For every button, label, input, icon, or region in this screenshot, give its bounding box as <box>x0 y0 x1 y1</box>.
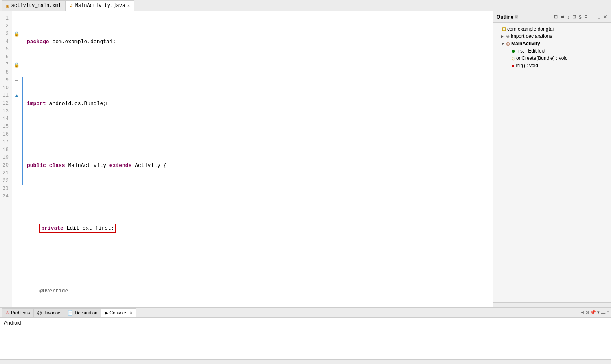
line-numbers: 1 2 3 4 5 6 7 8 9 10 11 12 13 14 15 16 1… <box>0 11 12 307</box>
tab-java[interactable]: J MainActivity.java ✕ <box>66 0 134 11</box>
tab-console-label: Console <box>109 310 126 315</box>
code-area[interactable]: package com.example.dongtai; import andr… <box>24 11 493 307</box>
expand-icon[interactable]: ▼ <box>501 42 505 46</box>
console-maximize-button[interactable]: □ <box>607 310 609 315</box>
outline-panel: Outline ⊠ ⊟ ⇌ ↕ ⊞ S P — □ ✕ ⊞ com.exampl… <box>493 11 611 307</box>
outline-tree: ⊞ com.example.dongtai ▶ ⊕ import declara… <box>493 23 611 302</box>
outline-class-label: MainActivity <box>511 41 540 46</box>
code-line <box>27 131 493 138</box>
outline-header: Outline ⊠ ⊟ ⇌ ↕ ⊞ S P — □ ✕ <box>493 11 611 23</box>
code-line: package com.example.dongtai; <box>27 38 493 46</box>
console-text: Android <box>4 320 21 326</box>
outline-hide-fields-button[interactable]: ⊞ <box>572 14 577 20</box>
outline-oncreate-label: onCreate(Bundle) : void <box>516 55 568 61</box>
collapse-icon-2[interactable]: — <box>15 156 18 160</box>
tab-bar: ▣ activity_main.xml J MainActivity.java … <box>0 0 611 11</box>
code-line-field-declaration: private EditText first; <box>27 224 493 233</box>
outline-scroll-h[interactable] <box>493 302 611 307</box>
code-line: @Override <box>27 287 493 295</box>
outline-header-title-group: Outline ⊠ <box>497 14 518 20</box>
outline-sort-button[interactable]: ↕ <box>566 14 570 20</box>
problems-icon: ⚠ <box>5 310 9 316</box>
outline-field-label: first : EditText <box>516 48 545 54</box>
outline-imports-label: import declarations <box>511 33 552 39</box>
code-line: public class MainActivity extends Activi… <box>27 162 493 169</box>
outline-package-label: com.example.dongtai <box>507 26 554 32</box>
field-declaration-box: private EditText first; <box>39 224 116 233</box>
bottom-toolbar-right: ⊟ ⊠ 📌 ▾ — □ <box>580 310 611 315</box>
console-pin-button[interactable]: 📌 <box>590 310 596 315</box>
outline-view-icon: ⊠ <box>515 15 518 19</box>
gutter: 🔒 🔒 — ▲ — <box>12 11 21 307</box>
code-line <box>27 256 493 264</box>
tab-close-icon[interactable]: ✕ <box>127 3 130 8</box>
class-icon: ◎ <box>506 41 510 46</box>
bottom-content: Android <box>0 318 611 359</box>
outline-item-imports[interactable]: ▶ ⊕ import declarations <box>493 33 611 40</box>
console-view-menu-button[interactable]: ▾ <box>597 310 600 315</box>
java-icon: J <box>70 3 73 8</box>
outline-maximize-button[interactable]: □ <box>597 14 601 20</box>
tab-problems[interactable]: ⚠ Problems <box>2 308 33 317</box>
expand-icon[interactable]: ▶ <box>501 34 505 39</box>
declaration-icon: 📄 <box>68 310 73 316</box>
xml-icon: ▣ <box>6 3 9 9</box>
console-clear-button[interactable]: ⊟ <box>580 310 584 315</box>
code-line <box>27 69 493 77</box>
code-line <box>27 193 493 200</box>
imports-icon: ⊕ <box>506 34 510 39</box>
lock-icon-2: 🔒 <box>14 62 20 68</box>
lock-icon: 🔒 <box>14 31 20 37</box>
main-area: 1 2 3 4 5 6 7 8 9 10 11 12 13 14 15 16 1… <box>0 11 611 307</box>
collapse-icon[interactable]: — <box>15 78 18 83</box>
outline-minimize-button[interactable]: — <box>589 14 596 20</box>
outline-hide-nonpublic-button[interactable]: P <box>584 14 588 20</box>
console-scroll-lock-button[interactable]: ⊠ <box>585 310 589 315</box>
tab-javadoc[interactable]: @ Javadoc <box>33 308 64 317</box>
tab-declaration[interactable]: 📄 Declaration <box>64 308 101 317</box>
outline-init-label: init() : void <box>516 63 538 68</box>
bottom-scroll-h[interactable] <box>0 359 611 364</box>
tab-declaration-label: Declaration <box>75 310 98 315</box>
tab-problems-label: Problems <box>11 310 30 315</box>
outline-item-package[interactable]: ⊞ com.example.dongtai <box>493 25 611 33</box>
method-yellow-icon: ◇ <box>512 56 515 61</box>
outline-toolbar: ⊟ ⇌ ↕ ⊞ S P — □ ✕ <box>553 14 608 20</box>
console-minimize-button[interactable]: — <box>601 310 605 315</box>
console-icon: ▶ <box>105 310 108 316</box>
package-icon: ⊞ <box>502 26 506 32</box>
bottom-tabs: ⚠ Problems @ Javadoc 📄 Declaration ▶ Con… <box>0 308 611 318</box>
arrow-up-icon: ▲ <box>15 93 18 99</box>
tab-console-close-icon[interactable]: ✕ <box>129 311 133 315</box>
outline-item-oncreate[interactable]: ◇ onCreate(Bundle) : void <box>493 55 611 62</box>
editor-content: 1 2 3 4 5 6 7 8 9 10 11 12 13 14 15 16 1… <box>0 11 493 307</box>
editor-panel[interactable]: 1 2 3 4 5 6 7 8 9 10 11 12 13 14 15 16 1… <box>0 11 493 307</box>
tab-javadoc-label: Javadoc <box>44 310 60 315</box>
outline-title: Outline <box>497 14 513 20</box>
method-red-icon: ■ <box>512 63 515 68</box>
outline-hide-static-button[interactable]: S <box>578 14 583 20</box>
bottom-panel: ⚠ Problems @ Javadoc 📄 Declaration ▶ Con… <box>0 307 611 364</box>
outline-link-button[interactable]: ⇌ <box>560 14 565 20</box>
outline-close-button[interactable]: ✕ <box>602 14 608 20</box>
outline-item-init[interactable]: ■ init() : void <box>493 62 611 69</box>
tab-xml[interactable]: ▣ activity_main.xml <box>2 0 66 11</box>
outline-collapse-button[interactable]: ⊟ <box>553 14 558 20</box>
tab-java-label: MainActivity.java <box>75 3 125 9</box>
code-line: import android.os.Bundle;□ <box>27 100 493 107</box>
outline-item-first[interactable]: ◆ first : EditText <box>493 47 611 55</box>
tab-console[interactable]: ▶ Console ✕ <box>101 308 136 317</box>
tab-xml-label: activity_main.xml <box>11 3 61 9</box>
field-icon: ◆ <box>512 48 515 54</box>
javadoc-icon: @ <box>37 310 42 315</box>
outline-item-mainactivity[interactable]: ▼ ◎ MainActivity <box>493 40 611 47</box>
